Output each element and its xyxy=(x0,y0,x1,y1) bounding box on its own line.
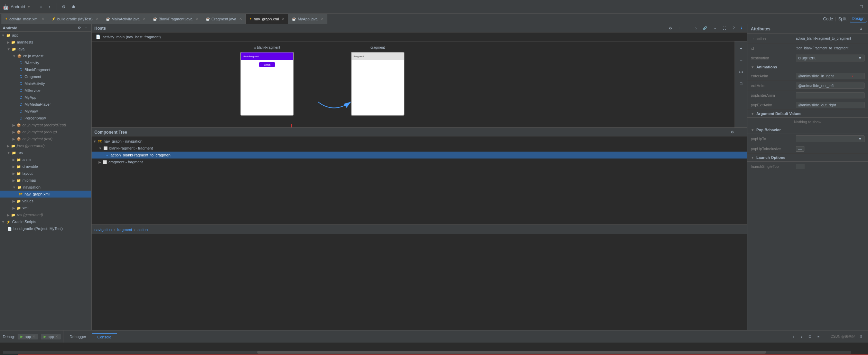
bottom-settings-btn[interactable]: ⚙ xyxy=(857,334,865,339)
hosts-info-btn[interactable]: ℹ xyxy=(739,26,744,31)
toolbar-btn-1[interactable]: ≡ xyxy=(38,4,44,10)
fit-btn[interactable]: ⊡ xyxy=(736,79,746,88)
arrow-drawable[interactable]: ▶ xyxy=(12,165,15,169)
debug-app-close-2[interactable]: ✕ xyxy=(55,335,58,338)
toolbar-btn-star[interactable]: ✱ xyxy=(70,4,77,10)
tab-design-btn[interactable]: Design xyxy=(850,16,867,22)
debug-toolbar-1[interactable]: ↑ xyxy=(791,334,796,339)
tree-item-test[interactable]: ▶ 📦 cn.jn.mytest (test) xyxy=(0,135,91,142)
section-animations[interactable]: ▼ Animations xyxy=(747,63,868,71)
tree-item-build-gradle[interactable]: 📄 build.gradle (Project: MyTest) xyxy=(0,225,91,232)
tree-item-myview[interactable]: C MyView xyxy=(0,108,91,115)
tab-close-6[interactable]: ✕ xyxy=(282,17,284,21)
tree-item-mipmap[interactable]: ▶ 📁 mipmap xyxy=(0,177,91,184)
tab-activity-main[interactable]: ✦ activity_main.xml ✕ xyxy=(1,14,48,24)
attr-launch-single-top-btn[interactable]: — xyxy=(796,164,804,169)
tree-settings-btn[interactable]: ⚙ xyxy=(76,26,82,30)
tree-item-nav-graph[interactable]: 🗺 nav_graph.xml xyxy=(0,191,91,198)
tree-item-mservice[interactable]: C MService xyxy=(0,87,91,94)
arrow-res-gen[interactable]: ▶ xyxy=(7,213,10,217)
comp-cragment[interactable]: ▶ ⬜ cragment - fragment xyxy=(92,159,747,165)
tree-collapse-btn[interactable]: − xyxy=(84,26,88,30)
arrow-java-generated[interactable]: ▶ xyxy=(7,144,10,148)
tree-item-mainactivity[interactable]: C MainActivity xyxy=(0,80,91,87)
tab-split-btn[interactable]: Split xyxy=(836,16,848,22)
tree-item-layout[interactable]: ▶ 📁 layout xyxy=(0,170,91,177)
tab-myapp[interactable]: ☕ MyApp.java ✕ xyxy=(288,14,327,24)
hosts-remove-btn[interactable]: − xyxy=(684,26,691,31)
toolbar-btn-maximize[interactable]: ☐ xyxy=(857,4,865,10)
zoom-in-btn[interactable]: + xyxy=(736,44,746,53)
tab-main-activity[interactable]: ☕ MainActivity.java ✕ xyxy=(102,14,149,24)
tree-item-cragment[interactable]: C Cragment xyxy=(0,73,91,80)
tree-item-debug[interactable]: ▶ 📦 cn.jn.mytest (debug) xyxy=(0,128,91,135)
tab-close-1[interactable]: ✕ xyxy=(41,17,44,21)
debug-tab-console[interactable]: Console xyxy=(92,333,117,340)
comp-blank-fragment[interactable]: ▼ ⬜ blankFragment - fragment xyxy=(92,145,747,152)
tree-item-package[interactable]: ▼ 📦 cn.jn.mytest xyxy=(0,52,91,59)
tab-close-2[interactable]: ✕ xyxy=(96,17,99,21)
tree-item-res-generated[interactable]: ▶ 📁 res (generated) xyxy=(0,211,91,218)
tree-item-gradle-scripts[interactable]: ▼ ⚡ Gradle Scripts xyxy=(0,218,91,225)
attr-input-popenteranim[interactable] xyxy=(796,92,865,98)
attr-input-enteranim[interactable] xyxy=(796,73,865,79)
debug-app-2[interactable]: ▶ app ✕ xyxy=(41,334,61,339)
graph-canvas[interactable]: ⌂ blankFragment blankFragment Button cra… xyxy=(92,41,747,127)
zoom-out-btn[interactable]: − xyxy=(736,55,746,65)
arrow-androidtest[interactable]: ▶ xyxy=(12,123,15,127)
host-item[interactable]: 📄 activity_main (nav_host_fragment) xyxy=(94,34,744,40)
attr-popupto-dropdown[interactable]: ▼ xyxy=(796,135,865,142)
arrow-app[interactable]: ▼ xyxy=(1,33,5,37)
arrow-mipmap[interactable]: ▶ xyxy=(12,179,15,182)
debug-toolbar-3[interactable]: ⊡ xyxy=(806,334,813,339)
debug-app-1[interactable]: ▶ app ✕ xyxy=(18,334,38,339)
tree-item-xml[interactable]: ▶ 📁 xml xyxy=(0,204,91,211)
arrow-navigation[interactable]: ▼ xyxy=(12,185,16,189)
tab-close-7[interactable]: ✕ xyxy=(321,17,324,21)
tree-item-drawable[interactable]: ▶ 📁 drawable xyxy=(0,163,91,170)
tree-item-values[interactable]: ▶ 📁 values xyxy=(0,198,91,204)
section-launch-options[interactable]: ▼ Launch Options xyxy=(747,154,868,162)
arrow-res[interactable]: ▼ xyxy=(7,151,10,155)
tree-item-java[interactable]: ▼ 📁 java xyxy=(0,46,91,52)
tab-nav-graph[interactable]: ✦ nav_graph.xml ✕ xyxy=(246,14,288,24)
debug-toolbar-2[interactable]: ↓ xyxy=(799,334,804,339)
tree-item-app[interactable]: ▼ 📁 app xyxy=(0,32,91,39)
arrow-gradle[interactable]: ▼ xyxy=(1,220,5,224)
tree-item-percentview[interactable]: C PercentView xyxy=(0,115,91,122)
tab-close-5[interactable]: ✕ xyxy=(239,17,242,21)
tree-item-java-generated[interactable]: ▶ 📁 java (generated) xyxy=(0,142,91,149)
hosts-arrow-btn[interactable]: → xyxy=(711,26,719,31)
attr-popupto-inclusive-btn[interactable]: — xyxy=(796,146,804,152)
component-settings-btn[interactable]: ⚙ xyxy=(729,129,736,135)
tree-item-blankfragment[interactable]: C BlankFragment xyxy=(0,66,91,73)
debug-toolbar-4[interactable]: ≡ xyxy=(815,334,822,339)
arrow-java[interactable]: ▼ xyxy=(7,47,10,51)
arrow-values[interactable]: ▶ xyxy=(12,199,15,203)
tree-item-manifests[interactable]: ▶ 📁 manifests xyxy=(0,39,91,46)
horizontal-scrollbar[interactable] xyxy=(3,351,851,354)
toolbar-btn-settings[interactable]: ⚙ xyxy=(60,4,68,10)
breadcrumb-fragment[interactable]: fragment xyxy=(117,228,132,232)
node-blank-fragment[interactable]: ⌂ blankFragment blankFragment Button xyxy=(240,52,294,116)
breadcrumb-navigation[interactable]: navigation xyxy=(94,228,112,232)
hosts-settings-btn[interactable]: ⚙ xyxy=(667,26,674,31)
tab-code-btn[interactable]: Code xyxy=(821,16,835,22)
toolbar-btn-2[interactable]: ↕ xyxy=(46,4,53,10)
tab-build-gradle[interactable]: ⚡ build.gradle (MyTest) ✕ xyxy=(48,14,102,24)
arrow-anim[interactable]: ▶ xyxy=(12,158,15,162)
attr-input-popexitanim[interactable] xyxy=(796,102,865,108)
attr-destination-dropdown[interactable]: cragment ▼ xyxy=(796,55,865,61)
attr-settings-btn[interactable]: ⚙ xyxy=(857,26,865,31)
arrow-manifests[interactable]: ▶ xyxy=(7,40,10,44)
attr-input-exitanim[interactable] xyxy=(796,83,865,89)
hosts-help-btn[interactable]: ? xyxy=(730,26,737,31)
tree-item-myapp[interactable]: C MyApp xyxy=(0,94,91,101)
tab-close-3[interactable]: ✕ xyxy=(143,17,146,21)
arrow-package[interactable]: ▼ xyxy=(12,54,16,58)
dropdown-icon[interactable]: ▼ xyxy=(27,5,30,9)
section-argument-default[interactable]: ▼ Argument Default Values xyxy=(747,110,868,118)
tree-item-bactivity[interactable]: C BActivity xyxy=(0,59,91,66)
comp-nav-graph[interactable]: ▼ 🗺 nav_graph - navigation xyxy=(92,138,747,145)
arrow-layout[interactable]: ▶ xyxy=(12,172,15,175)
